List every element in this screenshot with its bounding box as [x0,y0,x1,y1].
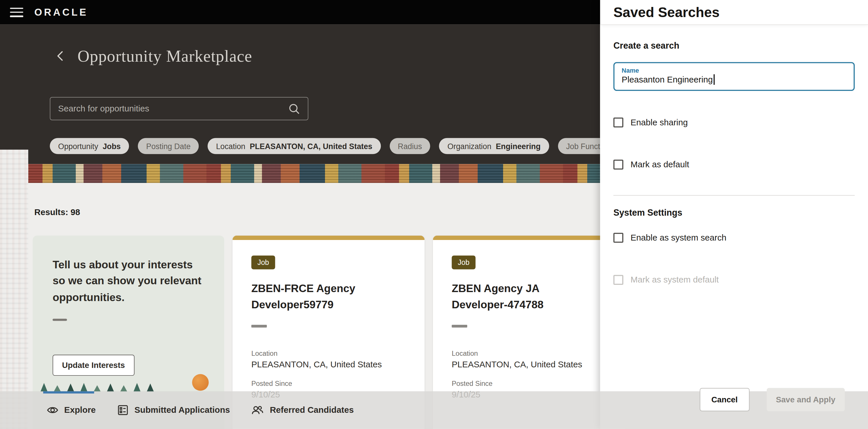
results-count: Results: 98 [34,207,80,217]
page-title: Opportunity Marketplace [78,47,252,65]
checkbox-icon[interactable] [613,233,623,242]
enable-system-search-checkbox[interactable]: Enable as system search [613,233,855,242]
left-decorative-texture [0,150,28,429]
filter-chip-location[interactable]: Location PLEASANTON, CA, United States [208,138,380,154]
checkbox-icon [613,275,623,285]
panel-title: Saved Searches [600,0,868,24]
system-settings-section-title: System Settings [613,208,855,218]
tab-explore[interactable]: Explore [46,404,96,416]
location-label: Location [251,350,406,358]
job-badge: Job [452,256,475,269]
bottom-nav-tabs: Explore Submitted Applications Referred … [46,391,354,429]
checkbox-icon[interactable] [613,117,623,127]
back-icon [54,49,66,63]
tab-submitted-applications[interactable]: Submitted Applications [117,404,230,416]
hero-section: Opportunity Marketplace Opportunity Jobs… [0,24,600,164]
menu-icon[interactable] [10,7,23,17]
update-interests-button[interactable]: Update Interests [53,354,134,376]
saved-searches-panel: Saved Searches Create a search Name Plea… [600,0,868,429]
filter-chip-opportunity[interactable]: Opportunity Jobs [50,138,129,154]
create-search-section-title: Create a search [613,41,855,51]
name-field-value: Pleasanton Engineering [622,75,713,85]
opportunity-marketplace-page: ORACLE Opportunity Marketplace Opportuni… [0,0,868,429]
tab-referred-candidates[interactable]: Referred Candidates [251,404,353,416]
search-name-field[interactable]: Name Pleasanton Engineering [613,62,855,91]
opportunity-search-box[interactable] [50,97,308,120]
filter-chip-posting-date[interactable]: Posting Date [138,138,199,154]
name-field-label: Name [622,67,846,74]
section-divider [613,195,855,196]
job-title: ZBEN-FRCE Agency Developer59779 [251,281,384,313]
filter-chip-radius[interactable]: Radius [390,138,430,154]
checkbox-icon[interactable] [613,160,623,169]
back-button[interactable] [54,49,68,64]
location-value: PLEASANTON, CA, United States [452,360,606,370]
submitted-applications-icon [117,404,129,416]
sun-illustration [192,374,209,391]
job-badge: Job [251,256,275,269]
cancel-button[interactable]: Cancel [700,388,749,411]
location-label: Location [452,350,606,358]
filter-chip-organization[interactable]: Organization Engineering [439,138,549,154]
posted-since-label: Posted Since [452,380,606,388]
filter-chip-row: Opportunity Jobs Posting Date Location P… [50,138,608,154]
search-icon[interactable] [288,103,300,114]
job-title: ZBEN Agency JA Developer-474788 [452,281,585,313]
divider-dash [53,318,67,321]
save-and-apply-button[interactable]: Save and Apply [767,388,845,411]
oracle-logo: ORACLE [34,6,88,18]
search-input[interactable] [58,104,288,113]
text-caret [713,75,714,85]
mark-system-default-checkbox: Mark as system default [613,275,855,285]
explore-icon [46,404,59,416]
trees-illustration [40,383,154,392]
divider-dash [452,325,467,328]
banner-artwork [28,164,600,183]
interests-message: Tell us about your interests so we can s… [53,256,205,305]
posted-since-label: Posted Since [251,380,406,388]
mark-as-default-checkbox[interactable]: Mark as default [613,160,855,169]
panel-footer: Cancel Save and Apply [600,388,868,411]
referred-candidates-icon [251,404,264,416]
location-value: PLEASANTON, CA, United States [251,360,406,370]
divider-dash [251,325,267,328]
enable-sharing-checkbox[interactable]: Enable sharing [613,117,855,127]
